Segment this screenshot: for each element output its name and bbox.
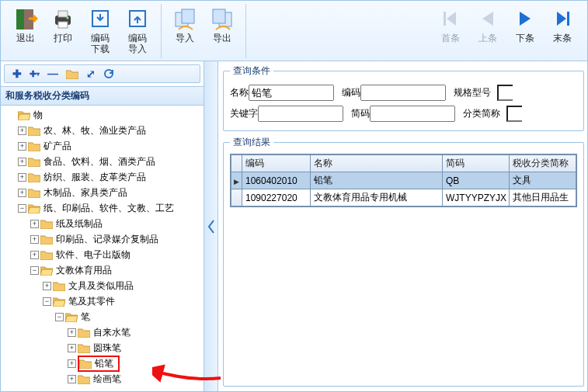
expander[interactable]: + — [68, 359, 76, 368]
tree-node[interactable]: 印刷品、记录媒介复制品 — [54, 233, 160, 246]
table-cell: 铅笔 — [311, 172, 443, 189]
remove-node-button[interactable]: — — [47, 68, 58, 80]
shortcode-input[interactable] — [370, 106, 455, 122]
folder-icon — [40, 234, 53, 245]
expander[interactable]: + — [68, 328, 76, 337]
query-legend: 查询条件 — [230, 64, 273, 78]
exit-icon — [13, 6, 38, 31]
prev-record-button[interactable]: 上条 — [469, 4, 506, 57]
export-label: 导出 — [213, 33, 231, 43]
first-record-button[interactable]: 首条 — [432, 4, 469, 57]
col-cat[interactable]: 税收分类简称 — [510, 155, 576, 172]
tree-root-label[interactable]: 物 — [32, 109, 44, 122]
result-fieldset: 查询结果 编码 名称 简码 税收分类简称 1060402010铅笔QB文具109… — [223, 136, 584, 387]
tree-node[interactable]: 木制品、家具类产品 — [42, 186, 129, 199]
tree-node[interactable]: 农、林、牧、渔业类产品 — [42, 124, 148, 137]
svg-rect-13 — [567, 12, 569, 26]
chevron-left-icon — [207, 220, 215, 234]
prev-icon — [475, 6, 500, 31]
tree-node[interactable]: 软件、电子出版物 — [54, 248, 132, 262]
folder-icon — [40, 265, 53, 276]
expander[interactable]: − — [43, 297, 51, 306]
expander[interactable]: − — [55, 313, 64, 321]
code-input[interactable] — [360, 85, 446, 101]
result-table-wrap[interactable]: 编码 名称 简码 税收分类简称 1060402010铅笔QB文具10902270… — [230, 154, 577, 207]
expander[interactable]: + — [18, 158, 26, 166]
tree-leaf[interactable]: 绘画笔 — [92, 373, 123, 386]
expander[interactable]: + — [30, 220, 39, 228]
expander[interactable]: + — [18, 127, 26, 135]
folder-icon — [79, 359, 92, 369]
category-tree[interactable]: 物+农、林、牧、渔业类产品+矿产品+食品、饮料、烟、酒类产品+纺织、服装、皮革类… — [1, 106, 204, 391]
row-marker — [231, 172, 242, 189]
folder-icon — [78, 374, 90, 384]
code-download-button[interactable]: 编码 下载 — [82, 4, 119, 57]
col-short[interactable]: 简码 — [443, 155, 510, 172]
tree-node[interactable]: 笔及其零件 — [67, 295, 117, 308]
splitter-collapse[interactable] — [204, 61, 218, 391]
expander[interactable]: + — [68, 344, 76, 352]
expander[interactable]: − — [18, 204, 26, 213]
folder-icon — [40, 250, 53, 260]
expander[interactable]: + — [18, 189, 26, 197]
expander[interactable]: + — [30, 251, 39, 259]
expander[interactable]: + — [18, 173, 26, 182]
next-icon — [513, 6, 538, 31]
tree-leaf[interactable]: 自来水笔 — [92, 326, 132, 339]
folder-icon — [65, 312, 78, 322]
refresh-button[interactable] — [103, 68, 114, 79]
svg-point-5 — [67, 17, 69, 19]
col-name[interactable]: 名称 — [311, 155, 443, 172]
tree-node[interactable]: 文具及类似用品 — [67, 279, 135, 293]
last-record-button[interactable]: 末条 — [544, 4, 581, 57]
tree-node[interactable]: 纺织、服装、皮革类产品 — [42, 171, 148, 184]
tree-node[interactable]: 矿产品 — [42, 140, 73, 153]
import-button[interactable]: 导入 — [166, 4, 204, 57]
expander[interactable]: + — [30, 235, 39, 244]
svg-rect-3 — [58, 11, 68, 17]
catshort-input[interactable] — [506, 106, 522, 122]
next-record-button[interactable]: 下条 — [506, 4, 544, 57]
first-label: 首条 — [441, 33, 460, 43]
svg-rect-11 — [213, 9, 225, 23]
next-label: 下条 — [516, 33, 534, 43]
folder-icon — [28, 188, 40, 198]
expander[interactable]: − — [30, 266, 39, 275]
spec-input[interactable] — [497, 85, 513, 101]
tree-leaf[interactable]: 圆珠笔 — [92, 342, 123, 355]
exit-button[interactable]: 退出 — [7, 4, 44, 57]
add-node-button[interactable]: ✚ — [12, 68, 22, 80]
tree-node[interactable]: 纸及纸制品 — [54, 217, 104, 231]
export-button[interactable]: 导出 — [204, 4, 241, 57]
table-row[interactable]: 1060402010铅笔QB文具 — [231, 172, 576, 189]
code-import-button[interactable]: 编码 导入 — [119, 4, 156, 57]
table-row[interactable]: 1090227020文教体育用品专用机械WJTYYPZYJX其他日用品生 — [231, 189, 576, 206]
name-input[interactable] — [249, 85, 334, 101]
shortcode-label: 简码 — [351, 107, 370, 120]
open-folder-button[interactable] — [66, 69, 78, 79]
code-import-label: 编码 导入 — [128, 33, 147, 54]
col-code[interactable]: 编码 — [242, 155, 311, 172]
tree-node[interactable]: 文教体育用品 — [54, 264, 113, 277]
row-marker — [231, 189, 242, 206]
code-import-icon — [125, 6, 150, 31]
expander[interactable]: + — [18, 142, 26, 151]
tree-leaf[interactable]: 铅笔 — [93, 357, 115, 370]
last-icon — [550, 6, 575, 31]
spec-label: 规格型号 — [454, 86, 497, 99]
tree-node[interactable]: 笔 — [79, 310, 92, 324]
tree-title: 和服务税收分类编码 — [1, 86, 204, 106]
expander[interactable]: + — [68, 375, 76, 383]
expand-all-button[interactable]: ⤢ — [86, 68, 96, 80]
add-child-button[interactable]: ✚▾ — [30, 69, 40, 79]
catshort-label: 分类简称 — [463, 107, 506, 120]
tree-node[interactable]: 食品、饮料、烟、酒类产品 — [42, 155, 157, 168]
table-cell: 1090227020 — [242, 189, 311, 206]
print-button[interactable]: 打印 — [44, 4, 82, 57]
keyword-input[interactable] — [258, 106, 343, 122]
highlighted-node[interactable]: 铅笔 — [78, 356, 120, 372]
tree-node[interactable]: 纸、印刷品、软件、文教、工艺 — [42, 202, 176, 215]
category-pane: ✚ ✚▾ — ⤢ 和服务税收分类编码 物+农、林、牧、渔业类产品+矿产品+食品、… — [1, 61, 204, 391]
import-icon — [172, 6, 197, 31]
expander[interactable]: + — [43, 282, 51, 290]
